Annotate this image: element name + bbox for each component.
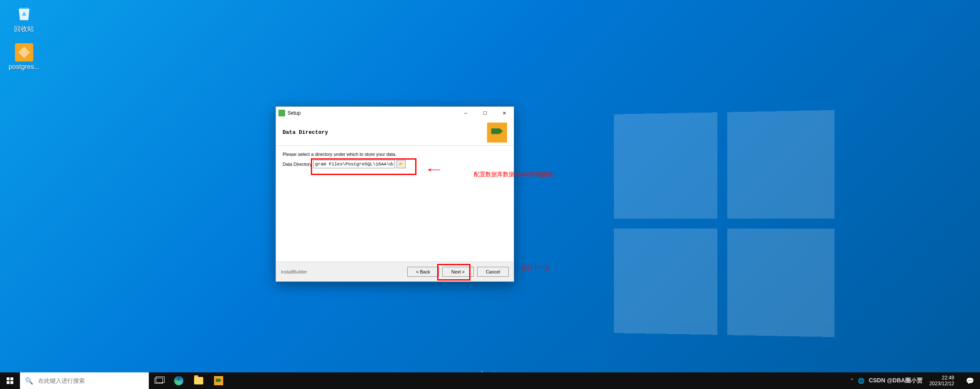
taskbar: 🔍 ˄ 🌐 CSDN @DBA圈小贾 22:49 2023/12/12 💬: [0, 372, 980, 389]
installer-taskbar-button[interactable]: [209, 372, 229, 389]
windows-logo-wallpaper: [614, 110, 835, 337]
minimize-button[interactable]: ─: [456, 107, 475, 119]
browse-button[interactable]: 📂: [396, 160, 406, 168]
data-directory-label: Data Directory: [283, 162, 312, 167]
postgres-installer-icon[interactable]: postgres...: [3, 43, 45, 71]
annotation-text-datapath: 配置数据库数据(data)存储路径: [474, 171, 553, 178]
wizard-header: Data Directory: [276, 119, 514, 146]
clock-date: 2023/12/12: [929, 381, 954, 387]
wizard-footer: InstallBuilder < Back Next > Cancel: [276, 261, 514, 281]
installbuilder-brand: InstallBuilder: [281, 269, 404, 274]
desktop: 回收站 postgres... Setup ─ ☐ ✕ Data Directo…: [0, 0, 980, 389]
task-view-button[interactable]: [149, 372, 169, 389]
svg-rect-3: [10, 381, 13, 384]
start-button[interactable]: [0, 372, 20, 389]
postgres-installer-label: postgres...: [3, 63, 45, 71]
close-button[interactable]: ✕: [495, 107, 514, 119]
recycle-bin-label: 回收站: [3, 25, 45, 34]
data-directory-input[interactable]: [313, 160, 395, 168]
maximize-button[interactable]: ☐: [475, 107, 495, 119]
tray-chevron-icon[interactable]: ˄: [851, 378, 854, 384]
taskbar-clock[interactable]: 22:49 2023/12/12: [927, 375, 957, 387]
package-icon: [487, 123, 507, 143]
explorer-taskbar-button[interactable]: [189, 372, 209, 389]
back-button[interactable]: < Back: [407, 267, 439, 277]
wizard-header-title: Data Directory: [283, 129, 487, 135]
svg-rect-1: [10, 377, 13, 380]
window-title: Setup: [288, 110, 456, 116]
search-icon: 🔍: [25, 377, 33, 385]
next-button[interactable]: Next >: [442, 267, 474, 277]
notification-button[interactable]: 💬: [960, 372, 980, 389]
setup-window: Setup ─ ☐ ✕ Data Directory Please select…: [276, 106, 514, 282]
annotation-text-nextstep: 进行下一步: [521, 264, 550, 272]
taskbar-search[interactable]: 🔍: [20, 372, 149, 389]
wizard-body: Please select a directory under which to…: [276, 146, 514, 261]
system-tray: ˄ 🌐 CSDN @DBA圈小贾 22:49 2023/12/12: [847, 375, 960, 387]
app-icon: [278, 110, 285, 116]
recycle-bin-icon[interactable]: 回收站: [3, 3, 45, 34]
edge-taskbar-button[interactable]: [169, 372, 189, 389]
instruction-text: Please select a directory under which to…: [283, 152, 507, 157]
clock-time: 22:49: [929, 375, 954, 381]
network-icon[interactable]: 🌐: [858, 378, 864, 384]
csdn-watermark: CSDN @DBA圈小贾: [869, 377, 923, 384]
svg-rect-0: [7, 377, 10, 380]
cancel-button[interactable]: Cancel: [477, 267, 509, 277]
titlebar[interactable]: Setup ─ ☐ ✕: [276, 107, 514, 119]
search-input[interactable]: [38, 377, 144, 384]
svg-rect-2: [7, 381, 10, 384]
